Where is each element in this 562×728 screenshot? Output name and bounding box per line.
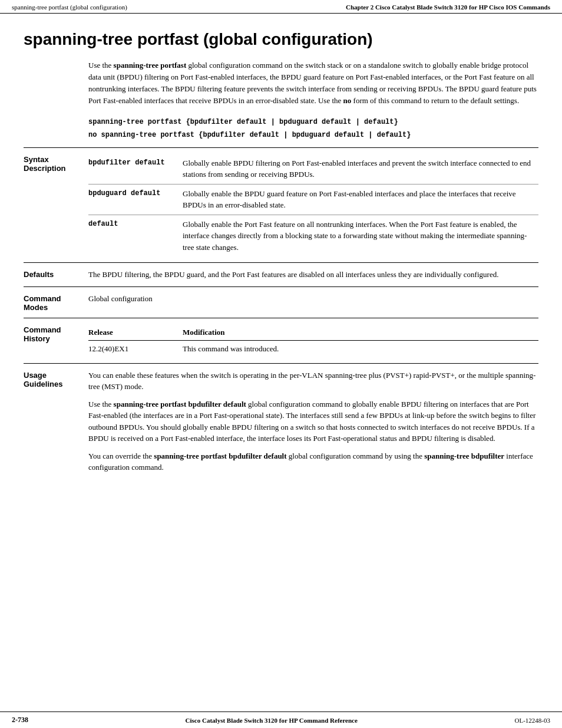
syntax-keyword-3: default [88, 215, 183, 256]
footer-doc-number: OL-12248-03 [514, 717, 550, 724]
footer-page-number: 2-738 [12, 716, 28, 724]
syntax-desc-1: Globally enable BPDU filtering on Port F… [183, 154, 538, 185]
usage-bold-3: spanning-tree bdpufilter [424, 452, 504, 460]
syntax-keyword-1: bpdufilter default [88, 154, 183, 185]
syntax-line-1: spanning-tree portfast {bpdufilter defau… [88, 118, 538, 126]
command-modes-content: Global configuration [88, 293, 538, 312]
usage-para-1: You can enable these features when the s… [88, 370, 538, 393]
page-title: spanning-tree portfast (global configura… [24, 30, 538, 49]
footer-title: Cisco Catalyst Blade Switch 3120 for HP … [186, 717, 358, 724]
syntax-row-3: default Globally enable the Port Fast fe… [88, 215, 538, 256]
header-right: Chapter 2 Cisco Catalyst Blade Switch 31… [346, 4, 550, 11]
defaults-text: The BPDU filtering, the BPDU guard, and … [88, 270, 498, 279]
intro-paragraph: Use the spanning-tree portfast global co… [88, 60, 538, 107]
page-header: spanning-tree portfast (global configura… [0, 0, 562, 14]
history-header-row: Release Modification [88, 324, 538, 341]
page-footer: 2-738 Cisco Catalyst Blade Switch 3120 f… [0, 711, 562, 728]
history-col-release: Release [88, 324, 183, 341]
usage-guidelines-content: You can enable these features when the s… [88, 370, 538, 473]
page-content: spanning-tree portfast (global configura… [0, 14, 562, 491]
usage-guidelines-label: Usage Guidelines [24, 370, 88, 473]
history-release-1: 12.2(40)EX1 [88, 341, 183, 357]
intro-bold1: spanning-tree portfast [114, 61, 187, 70]
command-modes-text: Global configuration [88, 294, 153, 303]
syntax-row-2: bpduguard default Globally enable the BP… [88, 184, 538, 215]
command-history-label: Command History [24, 324, 88, 357]
usage-para-2: Use the spanning-tree portfast bpdufilte… [88, 398, 538, 444]
syntax-label: Syntax Description [24, 154, 88, 257]
defaults-section: Defaults The BPDU filtering, the BPDU gu… [24, 263, 538, 287]
usage-bold-1: spanning-tree portfast bpdufilter defaul… [114, 400, 246, 409]
command-modes-section: Command Modes Global configuration [24, 287, 538, 318]
usage-para-3: You can override the spanning-tree portf… [88, 450, 538, 473]
syntax-desc-2: Globally enable the BPDU guard feature o… [183, 184, 538, 215]
command-history-content: Release Modification 12.2(40)EX1 This co… [88, 324, 538, 357]
syntax-table: bpdufilter default Globally enable BPDU … [88, 154, 538, 257]
history-modification-1: This command was introduced. [183, 341, 538, 357]
syntax-content: bpdufilter default Globally enable BPDU … [88, 154, 538, 257]
command-history-section: Command History Release Modification 12.… [24, 318, 538, 364]
usage-guidelines-section: Usage Guidelines You can enable these fe… [24, 364, 538, 479]
syntax-row-1: bpdufilter default Globally enable BPDU … [88, 154, 538, 185]
page: spanning-tree portfast (global configura… [0, 0, 562, 728]
header-left: spanning-tree portfast (global configura… [12, 4, 127, 11]
usage-bold-2: spanning-tree portfast bpdufilter defaul… [154, 452, 286, 460]
syntax-section: Syntax Description bpdufilter default Gl… [24, 148, 538, 263]
history-row-1: 12.2(40)EX1 This command was introduced. [88, 341, 538, 357]
syntax-line-2: no spanning-tree portfast {bpdufilter de… [88, 131, 538, 139]
intro-bold2: no [343, 96, 352, 105]
syntax-desc-3: Globally enable the Port Fast feature on… [183, 215, 538, 256]
defaults-content: The BPDU filtering, the BPDU guard, and … [88, 269, 538, 281]
command-syntax-block: spanning-tree portfast {bpdufilter defau… [88, 118, 538, 139]
history-table: Release Modification 12.2(40)EX1 This co… [88, 324, 538, 357]
syntax-keyword-2: bpduguard default [88, 184, 183, 215]
command-modes-label: Command Modes [24, 293, 88, 312]
defaults-label: Defaults [24, 269, 88, 281]
history-col-modification: Modification [183, 324, 538, 341]
